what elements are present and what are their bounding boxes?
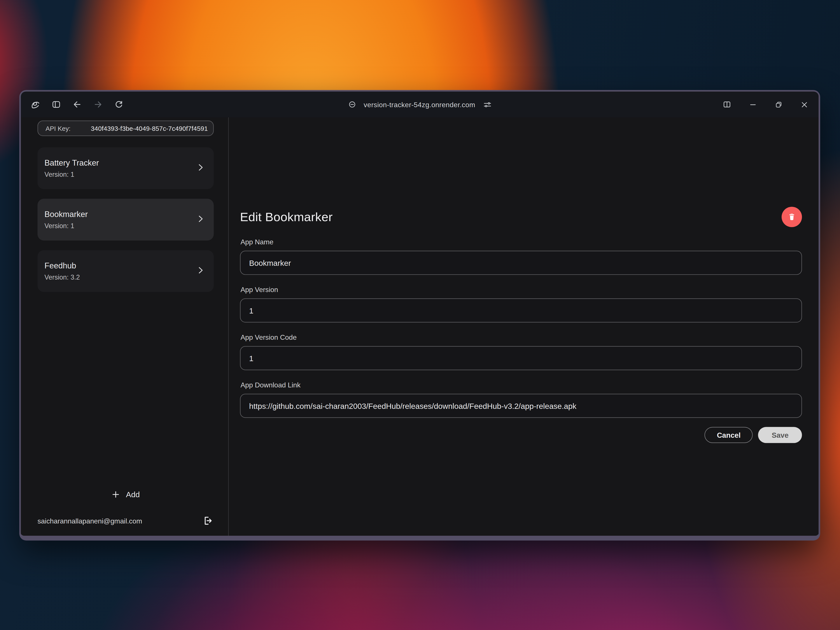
tune-icon[interactable]	[483, 100, 492, 109]
app-download-link-field: App Download Link	[240, 370, 802, 418]
app-list-item-feedhub[interactable]: Feedhub Version: 3.2	[38, 250, 214, 292]
chevron-right-icon	[196, 265, 205, 276]
edit-app-panel: Edit Bookmarker App Name App Version	[229, 117, 819, 536]
browser-window: version-tracker-54zg.onrender.com	[19, 90, 820, 540]
split-view-icon[interactable]	[721, 99, 733, 111]
app-card-version: Version: 3.2	[44, 274, 196, 281]
app-name-input[interactable]	[240, 251, 802, 275]
app-version-code-input[interactable]	[240, 346, 802, 370]
account-row: saicharannallapaneni@gmail.com	[38, 512, 214, 530]
app-download-link-label: App Download Link	[241, 381, 802, 389]
titlebar-left-group	[30, 99, 125, 111]
logout-icon	[202, 515, 213, 526]
app-version-code-field: App Version Code	[240, 322, 802, 370]
app-card-text: Feedhub Version: 3.2	[44, 261, 196, 281]
desktop-wallpaper: version-tracker-54zg.onrender.com	[0, 0, 840, 630]
app-card-version: Version: 1	[44, 171, 196, 178]
sidebar-spacer	[38, 292, 214, 488]
trash-icon	[787, 212, 797, 222]
app-sidebar: API Key: 340f4393-f3be-4049-857c-7c490f7…	[21, 117, 229, 536]
account-email: saicharannallapaneni@gmail.com	[38, 517, 142, 525]
app-name-label: App Name	[241, 238, 802, 246]
add-button-label: Add	[126, 490, 140, 499]
app-version-field: App Version	[240, 275, 802, 322]
app-card-version: Version: 1	[44, 222, 196, 230]
url-bar[interactable]: version-tracker-54zg.onrender.com	[347, 92, 492, 117]
app-download-link-input[interactable]	[240, 394, 802, 418]
app-list-item-bookmarker[interactable]: Bookmarker Version: 1	[38, 199, 214, 241]
app-card-title: Battery Tracker	[44, 158, 196, 167]
close-icon[interactable]	[798, 99, 810, 111]
app-version-input[interactable]	[240, 298, 802, 322]
app-card-title: Feedhub	[44, 261, 196, 270]
cancel-button[interactable]: Cancel	[704, 427, 753, 443]
url-text[interactable]: version-tracker-54zg.onrender.com	[364, 100, 475, 109]
api-key-chip[interactable]: API Key: 340f4393-f3be-4049-857c-7c490f7…	[38, 120, 214, 136]
chevron-right-icon	[196, 163, 205, 174]
app-version-label: App Version	[241, 286, 802, 294]
page-title: Edit Bookmarker	[240, 210, 333, 224]
logout-button[interactable]	[201, 514, 214, 527]
chevron-right-icon	[196, 214, 205, 225]
link-icon	[347, 100, 356, 109]
forward-icon[interactable]	[92, 99, 104, 111]
back-icon[interactable]	[71, 99, 83, 111]
app-card-text: Bookmarker Version: 1	[44, 210, 196, 230]
form-actions: Cancel Save	[240, 427, 802, 443]
minimize-icon[interactable]	[747, 99, 759, 111]
app-list: Battery Tracker Version: 1 Bookmarker Ve…	[38, 147, 214, 292]
app-list-item-battery-tracker[interactable]: Battery Tracker Version: 1	[38, 147, 214, 189]
reload-icon[interactable]	[113, 99, 125, 111]
app-name-field: App Name	[240, 227, 802, 275]
zen-logo-icon[interactable]	[30, 99, 41, 111]
panel-header: Edit Bookmarker	[240, 207, 802, 227]
restore-icon[interactable]	[772, 99, 784, 111]
plus-icon	[112, 490, 120, 499]
sidebar-toggle-icon[interactable]	[50, 99, 62, 111]
app-card-title: Bookmarker	[44, 210, 196, 219]
add-app-button[interactable]: Add	[107, 488, 144, 501]
save-button[interactable]: Save	[758, 427, 802, 443]
delete-app-button[interactable]	[782, 207, 802, 227]
page-content: API Key: 340f4393-f3be-4049-857c-7c490f7…	[21, 117, 819, 536]
api-key-value: 340f4393-f3be-4049-857c-7c490f7f4591	[91, 125, 208, 132]
app-card-text: Battery Tracker Version: 1	[44, 158, 196, 178]
browser-titlebar: version-tracker-54zg.onrender.com	[21, 92, 819, 117]
window-controls	[721, 99, 810, 111]
app-version-code-label: App Version Code	[241, 333, 802, 341]
api-key-label: API Key:	[46, 125, 70, 132]
